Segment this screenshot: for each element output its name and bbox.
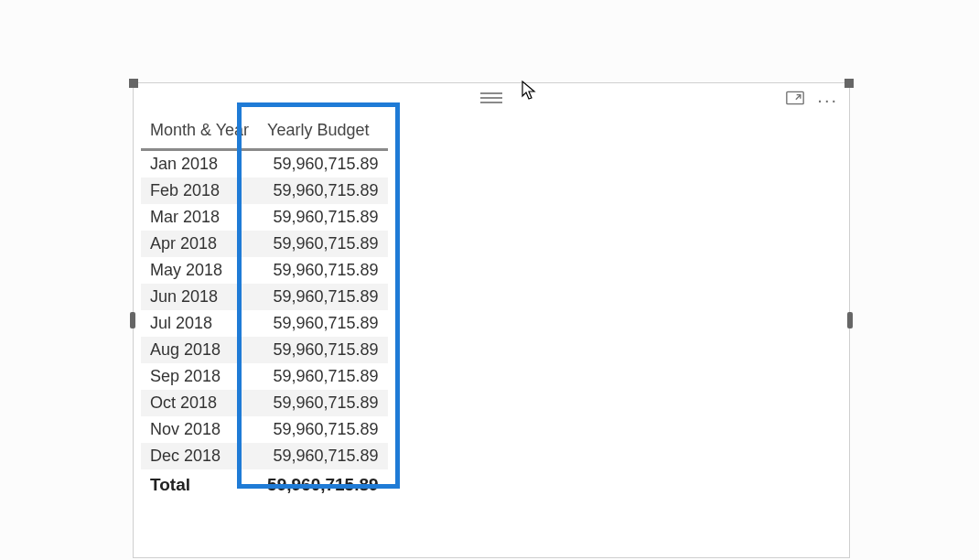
table-row[interactable]: Nov 201859,960,715.89 — [141, 416, 388, 443]
data-table: Month & Year Yearly Budget Jan 201859,96… — [141, 113, 388, 504]
visual-container[interactable]: ··· Month & Year Yearly Budget Jan 20185… — [133, 82, 850, 558]
table-row[interactable]: Jun 201859,960,715.89 — [141, 284, 388, 310]
table-header-row: Month & Year Yearly Budget — [141, 113, 388, 150]
cell-budget: 59,960,715.89 — [258, 150, 388, 178]
column-header-budget[interactable]: Yearly Budget — [258, 113, 388, 150]
cell-month: Dec 2018 — [141, 443, 258, 469]
table-row[interactable]: Jan 201859,960,715.89 — [141, 150, 388, 178]
cell-month: Apr 2018 — [141, 231, 258, 257]
cell-budget: 59,960,715.89 — [258, 231, 388, 257]
total-value: 59,960,715.89 — [258, 469, 388, 504]
table-row[interactable]: Dec 201859,960,715.89 — [141, 443, 388, 469]
cell-budget: 59,960,715.89 — [258, 337, 388, 363]
cell-budget: 59,960,715.89 — [258, 390, 388, 416]
visual-toolbar: ··· — [786, 91, 838, 109]
resize-handle-left[interactable] — [130, 312, 135, 328]
cell-month: Sep 2018 — [141, 363, 258, 390]
cell-month: Jul 2018 — [141, 310, 258, 337]
cell-budget: 59,960,715.89 — [258, 284, 388, 310]
cell-budget: 59,960,715.89 — [258, 443, 388, 469]
table-row[interactable]: Jul 201859,960,715.89 — [141, 310, 388, 337]
cell-month: Jan 2018 — [141, 150, 258, 178]
resize-handle-tl[interactable] — [129, 79, 138, 88]
table-total-row: Total59,960,715.89 — [141, 469, 388, 504]
cell-month: Feb 2018 — [141, 178, 258, 204]
cell-month: Jun 2018 — [141, 284, 258, 310]
column-header-month[interactable]: Month & Year — [141, 113, 258, 150]
cell-month: Mar 2018 — [141, 204, 258, 231]
cell-month: May 2018 — [141, 257, 258, 284]
cell-budget: 59,960,715.89 — [258, 257, 388, 284]
cell-budget: 59,960,715.89 — [258, 178, 388, 204]
cell-month: Nov 2018 — [141, 416, 258, 443]
focus-mode-icon[interactable] — [786, 91, 804, 109]
resize-handle-right[interactable] — [847, 312, 853, 328]
table-row[interactable]: Feb 201859,960,715.89 — [141, 178, 388, 204]
cell-month: Oct 2018 — [141, 390, 258, 416]
cell-budget: 59,960,715.89 — [258, 204, 388, 231]
cell-budget: 59,960,715.89 — [258, 363, 388, 390]
drag-handle-icon[interactable] — [479, 91, 504, 105]
table-row[interactable]: May 201859,960,715.89 — [141, 257, 388, 284]
resize-handle-tr[interactable] — [845, 79, 854, 88]
total-label: Total — [141, 469, 258, 504]
cell-month: Aug 2018 — [141, 337, 258, 363]
table-row[interactable]: Sep 201859,960,715.89 — [141, 363, 388, 390]
table-row[interactable]: Aug 201859,960,715.89 — [141, 337, 388, 363]
table-row[interactable]: Mar 201859,960,715.89 — [141, 204, 388, 231]
cell-budget: 59,960,715.89 — [258, 310, 388, 337]
cell-budget: 59,960,715.89 — [258, 416, 388, 443]
more-options-icon[interactable]: ··· — [817, 96, 838, 103]
table-row[interactable]: Oct 201859,960,715.89 — [141, 390, 388, 416]
table-row[interactable]: Apr 201859,960,715.89 — [141, 231, 388, 257]
